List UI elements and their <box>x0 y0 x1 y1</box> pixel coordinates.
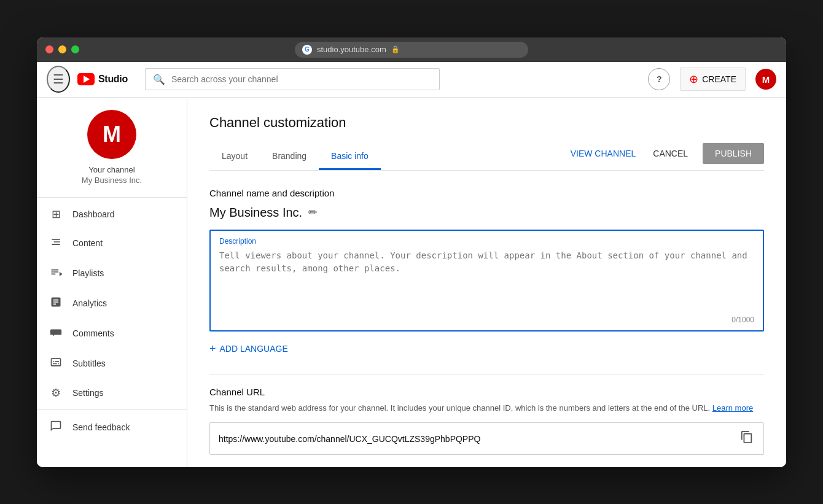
sidebar-item-playlists[interactable]: Playlists <box>37 258 187 289</box>
browser-window: G studio.youtube.com 🔒 ☰ Studio 🔍 ? ⊕ <box>37 37 786 467</box>
url-section-desc: This is the standard web address for you… <box>209 402 764 414</box>
channel-avatar: M <box>87 110 136 159</box>
sidebar-divider <box>37 197 187 198</box>
body: M Your channel My Business Inc. ⊞ Dashbo… <box>37 98 786 467</box>
analytics-icon <box>49 296 63 311</box>
sidebar-item-subtitles[interactable]: Subtitles <box>37 349 187 379</box>
create-label: CREATE <box>702 74 736 84</box>
channel-label: Your channel <box>88 165 135 174</box>
char-count: 0/1000 <box>219 316 754 324</box>
url-value: https://www.youtube.com/channel/UCX_GUCQ… <box>219 434 739 444</box>
sidebar-item-label: Analytics <box>72 298 107 308</box>
url-text: studio.youtube.com <box>317 45 386 54</box>
sidebar-item-content[interactable]: Content <box>37 228 187 258</box>
logo-area: Studio <box>77 73 128 85</box>
address-bar[interactable]: G studio.youtube.com 🔒 <box>295 42 528 58</box>
tabs-actions-row: Layout Branding Basic info VIEW CHANNEL … <box>209 143 764 171</box>
sidebar-item-label: Content <box>72 238 103 248</box>
feedback-icon <box>49 420 63 435</box>
url-field-row: https://www.youtube.com/channel/UCX_GUCQ… <box>209 422 764 455</box>
dashboard-icon: ⊞ <box>49 207 63 221</box>
comments-icon <box>49 326 63 341</box>
sidebar-item-feedback[interactable]: Send feedback <box>37 413 187 443</box>
app: ☰ Studio 🔍 ? ⊕ CREATE M <box>37 62 786 467</box>
youtube-logo <box>77 73 95 85</box>
description-box[interactable]: Description 0/1000 <box>209 230 764 331</box>
plus-icon: + <box>209 343 216 355</box>
subtitles-icon <box>49 356 63 371</box>
titlebar: G studio.youtube.com 🔒 <box>37 37 786 62</box>
publish-button[interactable]: PUBLISH <box>703 143 764 164</box>
section-title: Channel name and description <box>209 188 764 198</box>
tab-basic-info[interactable]: Basic info <box>319 144 381 170</box>
user-avatar[interactable]: M <box>755 69 776 90</box>
add-language-button[interactable]: + ADD LANGUAGE <box>209 339 288 359</box>
sidebar-item-analytics[interactable]: Analytics <box>37 289 187 319</box>
header: ☰ Studio 🔍 ? ⊕ CREATE M <box>37 62 786 98</box>
studio-label: Studio <box>98 74 128 85</box>
settings-icon: ⚙ <box>49 386 63 400</box>
close-button[interactable] <box>45 45 53 53</box>
minimize-button[interactable] <box>58 45 66 53</box>
sidebar-channel-name: My Business Inc. <box>82 176 142 185</box>
sidebar-item-label: Send feedback <box>72 422 130 432</box>
tab-branding[interactable]: Branding <box>260 144 319 170</box>
channel-name-row: My Business Inc. ✏ <box>209 206 764 220</box>
window-controls <box>45 45 79 53</box>
sidebar-item-label: Settings <box>72 388 104 398</box>
page-title: Channel customization <box>209 115 764 131</box>
edit-name-icon[interactable]: ✏ <box>308 206 318 219</box>
tab-actions: VIEW CHANNEL CANCEL PUBLISH <box>568 143 764 170</box>
lock-icon: 🔒 <box>391 45 400 53</box>
sidebar-item-label: Playlists <box>72 268 104 278</box>
view-channel-button[interactable]: VIEW CHANNEL <box>568 144 639 163</box>
playlists-icon <box>49 266 63 281</box>
tabs: Layout Branding Basic info <box>209 144 381 169</box>
description-textarea[interactable] <box>219 249 754 311</box>
section-separator <box>209 374 764 374</box>
sidebar-item-comments[interactable]: Comments <box>37 319 187 349</box>
sidebar: M Your channel My Business Inc. ⊞ Dashbo… <box>37 98 187 467</box>
learn-more-link[interactable]: Learn more <box>712 403 753 413</box>
copy-icon[interactable] <box>739 429 755 448</box>
create-button[interactable]: ⊕ CREATE <box>680 68 746 91</box>
search-input[interactable] <box>171 74 432 84</box>
channel-display-name: My Business Inc. <box>209 206 302 220</box>
cancel-button[interactable]: CANCEL <box>646 144 695 163</box>
sidebar-divider-2 <box>37 409 187 410</box>
tab-layout[interactable]: Layout <box>209 144 260 170</box>
play-icon <box>84 76 90 83</box>
search-icon: 🔍 <box>153 74 165 85</box>
sidebar-item-label: Subtitles <box>72 359 106 368</box>
description-label: Description <box>219 237 754 246</box>
channel-url-section: Channel URL This is the standard web add… <box>209 387 764 456</box>
menu-button[interactable]: ☰ <box>47 66 70 93</box>
sidebar-item-label: Comments <box>72 328 114 338</box>
header-actions: ? ⊕ CREATE M <box>648 68 776 91</box>
google-icon: G <box>302 45 312 55</box>
help-button[interactable]: ? <box>648 68 670 90</box>
sidebar-item-label: Dashboard <box>72 209 115 219</box>
main-content: Channel customization Layout Branding Ba… <box>187 98 786 467</box>
sidebar-item-settings[interactable]: ⚙ Settings <box>37 379 187 407</box>
channel-name-section: Channel name and description My Business… <box>209 188 764 359</box>
search-bar[interactable]: 🔍 <box>145 68 440 90</box>
sidebar-item-dashboard[interactable]: ⊞ Dashboard <box>37 200 187 228</box>
add-language-label: ADD LANGUAGE <box>220 344 288 354</box>
maximize-button[interactable] <box>71 45 79 53</box>
url-section-title: Channel URL <box>209 387 764 397</box>
create-icon: ⊕ <box>689 72 698 86</box>
content-icon <box>49 236 63 251</box>
